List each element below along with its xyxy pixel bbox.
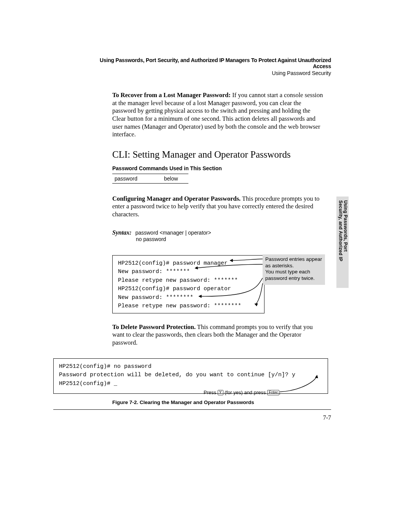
running-header-sub: Using Password Security (53, 70, 331, 76)
figure-password-set: HP2512(config)# password manager New pas… (112, 255, 325, 313)
cmd-col2: below (164, 176, 178, 182)
term1-line: Please retype new password: ******* (118, 276, 259, 285)
keycap-enter: Enter (267, 390, 279, 395)
side-tab-line2: Security, and Authorized IP (338, 200, 343, 261)
callout-box: Password entries appear as asterisks. Yo… (263, 254, 325, 285)
callout-text-2: You must type each password entry twice. (265, 269, 322, 282)
para-config-lead: Configuring Manager and Operator Passwor… (112, 195, 241, 202)
key-hint: Press Y (for yes) and press Enter. (204, 390, 281, 395)
hint-pre: Press (204, 390, 218, 395)
terminal-output-1: HP2512(config)# password manager New pas… (112, 255, 264, 313)
term1-line: New password: ******* (118, 268, 259, 276)
command-table-row: password below (112, 174, 188, 183)
para-recover-lead: To Recover from a Lost Manager Password: (112, 91, 231, 99)
term1-line: New password: ******** (118, 294, 259, 302)
cmd-col1: password (115, 176, 164, 182)
figure-clear-password: HP2512(config)# no password Password pro… (53, 358, 327, 394)
term1-line: Please retype new password: ******** (118, 302, 259, 311)
syntax-line1: password <manager | operator> (135, 230, 211, 236)
side-tab-text: Using Passwords, Port Security, and Auth… (338, 200, 348, 261)
paragraph-delete: To Delete Password Protection. This comm… (112, 323, 325, 347)
term2-line: Password protection will be deleted, do … (59, 371, 322, 380)
hint-post: . (279, 390, 281, 395)
term2-line: HP2512(config)# no password (59, 363, 322, 371)
para-delete-lead: To Delete Password Protection. (112, 323, 196, 331)
syntax-line2: no password (136, 236, 325, 242)
figure-caption: Figure 7-2. Clearing the Manager and Ope… (112, 399, 331, 405)
command-table: password below (112, 174, 188, 184)
running-header-bold: Using Passwords, Port Security, and Auth… (89, 57, 331, 69)
term1-line: HP2512(config)# password operator (118, 285, 259, 294)
callout-text-1: Password entries appear as asterisks. (265, 256, 322, 269)
side-tab: Using Passwords, Port Security, and Auth… (336, 197, 349, 288)
table-title: Password Commands Used in This Section (112, 165, 325, 171)
syntax-label: Syntax: (112, 229, 132, 236)
keycap-y: Y (218, 390, 223, 395)
paragraph-config: Configuring Manager and Operator Passwor… (112, 195, 325, 219)
syntax-block: Syntax:password <manager | operator> no … (112, 229, 325, 242)
term1-line: HP2512(config)# password manager (118, 259, 259, 268)
hint-mid: (for yes) and press (223, 390, 268, 395)
side-tab-line1: Using Passwords, Port (343, 200, 348, 252)
terminal-output-2: HP2512(config)# no password Password pro… (53, 358, 328, 394)
page-number: 7-7 (53, 414, 331, 421)
paragraph-recover: To Recover from a Lost Manager Password:… (112, 91, 325, 139)
term2-line: HP2512(config)# _ (59, 380, 322, 388)
body-column: To Recover from a Lost Manager Password:… (112, 91, 325, 347)
footer-rule (53, 409, 331, 410)
page-content: Using Passwords, Port Security, and Auth… (53, 57, 331, 405)
section-heading: CLI: Setting Manager and Operator Passwo… (112, 149, 325, 160)
